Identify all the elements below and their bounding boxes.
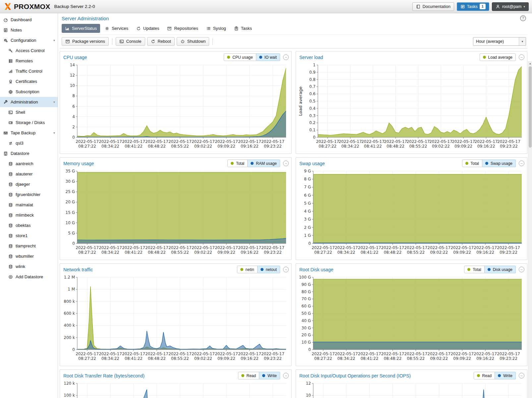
sidebar-item-dashboard[interactable]: Dashboard — [0, 15, 58, 25]
vertical-scrollbar[interactable]: ▲ — [528, 61, 532, 398]
svg-text:2022-05-17: 2022-05-17 — [474, 245, 497, 250]
tab-updates[interactable]: Updates — [133, 24, 162, 33]
exchange-icon — [8, 141, 13, 146]
sidebar-item-store1[interactable]: store1 — [0, 231, 58, 241]
tab-serverstatus[interactable]: ServerStatus — [62, 24, 100, 33]
legend-netout-button[interactable]: netout — [258, 266, 280, 273]
sidebar-item-wlink[interactable]: wlink — [0, 261, 58, 272]
legend-ram-usage-button[interactable]: RAM usage — [248, 160, 280, 167]
tab-syslog[interactable]: Syslog — [203, 24, 229, 33]
console-button[interactable]: Console — [116, 37, 145, 46]
svg-text:2022-05-17: 2022-05-17 — [76, 245, 99, 250]
tab-services[interactable]: Services — [101, 24, 132, 33]
chart-panel-iops: Root Disk Input/Output Operations per Se… — [296, 369, 527, 398]
legend-load-average-button[interactable]: Load average — [480, 53, 516, 61]
collapse-panel-icon[interactable]: − — [519, 54, 524, 60]
help-icon[interactable]: ? — [520, 15, 526, 21]
sidebar-item-qsl3[interactable]: qsl3 — [0, 138, 58, 148]
database-icon — [8, 203, 13, 207]
sidebar-item-configuration[interactable]: Configuration▾ — [0, 35, 58, 45]
sidebar-item-mlimbeck[interactable]: mlimbeck — [0, 210, 58, 220]
sidebar-item-malmalat[interactable]: malmalat — [0, 200, 58, 210]
legend-disk-usage-button[interactable]: Disk usage — [485, 266, 516, 273]
svg-text:08:41:22: 08:41:22 — [361, 250, 379, 255]
chevron-down-icon: ▾ — [523, 5, 525, 8]
button-label: Shutdown — [187, 39, 206, 44]
sidebar-item-tape-backup[interactable]: Tape Backup▾ — [0, 128, 58, 138]
sidebar-item-tlamprecht[interactable]: tlamprecht — [0, 241, 58, 251]
shutdown-button[interactable]: Shutdown — [177, 37, 209, 46]
legend-label: Write — [503, 373, 512, 378]
legend-write-button[interactable]: Write — [259, 372, 280, 379]
sidebar-item-add-datastore[interactable]: Add Datastore — [0, 272, 58, 282]
sidebar-item-obektas[interactable]: obektas — [0, 220, 58, 231]
chart-legend: ReadWrite — [474, 372, 516, 379]
proxmox-logo: PROXMOX — [3, 2, 50, 11]
chevron-down-icon[interactable]: ▾ — [53, 131, 55, 135]
collapse-panel-icon[interactable]: − — [519, 267, 524, 272]
sidebar-item-remotes[interactable]: Remotes — [0, 56, 58, 66]
sidebar-item-label: Access Control — [16, 48, 44, 53]
chart-panel-header: Server loadLoad average− — [296, 51, 527, 62]
svg-text:2022-05-17: 2022-05-17 — [122, 352, 145, 356]
svg-text:08:55:22: 08:55:22 — [407, 250, 425, 255]
sidebar-item-access-control[interactable]: Access Control — [0, 45, 58, 56]
note-icon — [3, 28, 8, 33]
legend-cpu-usage-button[interactable]: CPU usage — [224, 53, 256, 61]
documentation-button[interactable]: Documentation — [412, 2, 454, 11]
sidebar-item-djaeger[interactable]: djaeger — [0, 179, 58, 189]
svg-text:90 G: 90 G — [302, 282, 311, 287]
sidebar-item-administration[interactable]: Administration▾ — [0, 97, 58, 107]
svg-text:08:41:22: 08:41:22 — [125, 356, 143, 361]
legend-swap-usage-button[interactable]: Swap usage — [482, 160, 516, 167]
scrollbar-thumb[interactable] — [529, 66, 532, 148]
legend-label: Total — [471, 161, 479, 166]
sidebar-item-wbumiller[interactable]: wbumiller — [0, 251, 58, 261]
collapse-panel-icon[interactable]: − — [283, 267, 289, 272]
legend-total-button[interactable]: Total — [464, 266, 484, 273]
sidebar-item-storage-disks[interactable]: Storage / Disks — [0, 117, 58, 128]
collapse-panel-icon[interactable]: − — [283, 161, 289, 166]
reboot-button[interactable]: Reboot — [147, 37, 175, 46]
legend-read-button[interactable]: Read — [238, 372, 260, 379]
legend-write-button[interactable]: Write — [495, 372, 516, 379]
package-versions-button[interactable]: Package versions — [62, 37, 109, 46]
tab-tasks[interactable]: Tasks — [231, 24, 255, 33]
svg-text:08:27:22: 08:27:22 — [314, 250, 332, 255]
svg-text:1 M: 1 M — [68, 287, 75, 292]
collapse-panel-icon[interactable]: − — [283, 54, 289, 60]
legend-netin-button[interactable]: netin — [237, 266, 258, 273]
svg-text:20 G: 20 G — [66, 200, 75, 204]
legend-io-wait-button[interactable]: IO wait — [256, 53, 280, 61]
legend-total-button[interactable]: Total — [227, 160, 248, 167]
toolbar-separator — [212, 38, 213, 45]
svg-text:200 k: 200 k — [64, 335, 75, 340]
sidebar-item-traffic-control[interactable]: Traffic Control — [0, 66, 58, 76]
range-select[interactable]: Hour (average)▼ — [473, 37, 526, 46]
svg-text:08:55:22: 08:55:22 — [171, 250, 189, 255]
tab-repositories[interactable]: Repositories — [164, 24, 201, 33]
chevron-down-icon[interactable]: ▾ — [53, 38, 55, 42]
user-menu-button[interactable]: root@pam ▾ — [492, 2, 529, 11]
sidebar-item-datastore[interactable]: Datastore — [0, 148, 58, 159]
scrollbar-up-arrow-icon[interactable]: ▲ — [528, 61, 532, 66]
sidebar-item-subscription[interactable]: Subscription — [0, 87, 58, 97]
collapse-panel-icon[interactable]: − — [519, 373, 524, 378]
sidebar-item-aantreich[interactable]: aantreich — [0, 159, 58, 169]
collapse-panel-icon[interactable]: − — [283, 373, 289, 378]
legend-read-button[interactable]: Read — [474, 372, 495, 379]
collapse-panel-icon[interactable]: − — [519, 161, 524, 166]
sidebar-item-notes[interactable]: Notes — [0, 25, 58, 35]
chevron-down-icon[interactable]: ▾ — [53, 100, 55, 104]
legend-total-button[interactable]: Total — [462, 160, 482, 167]
sidebar: DashboardNotesConfiguration▾Access Contr… — [0, 13, 58, 398]
sidebar-item-shell[interactable]: Shell — [0, 107, 58, 117]
sidebar-item-certificates[interactable]: Certificates — [0, 76, 58, 87]
svg-text:2022-05-17: 2022-05-17 — [428, 352, 451, 356]
svg-text:09:23:22: 09:23:22 — [264, 356, 282, 361]
chevron-down-icon[interactable]: ▼ — [519, 37, 526, 45]
sidebar-item-fgruenbichler[interactable]: fgruenbichler — [0, 189, 58, 200]
tasks-button[interactable]: Tasks 1 — [457, 2, 489, 11]
sidebar-item-alauterer[interactable]: alauterer — [0, 169, 58, 179]
svg-text:2022-05-17: 2022-05-17 — [215, 352, 238, 356]
